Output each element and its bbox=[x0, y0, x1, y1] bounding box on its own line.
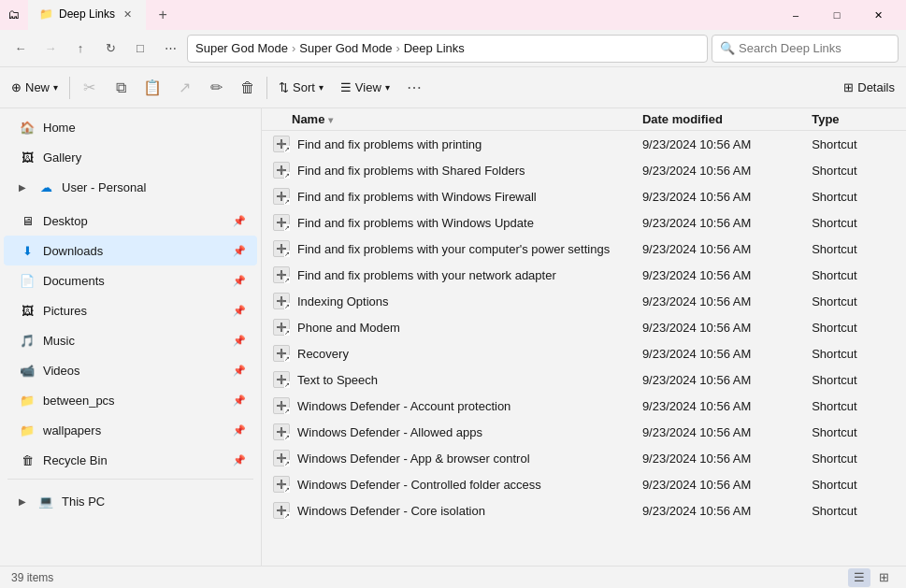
breadcrumb-sep-2: › bbox=[395, 41, 399, 55]
file-type: Shortcut bbox=[804, 157, 906, 183]
rename-button[interactable]: ✏ bbox=[201, 73, 231, 103]
breadcrumb-item-2[interactable]: Super God Mode bbox=[299, 41, 392, 55]
table-row[interactable]: Text to Speech9/23/2024 10:56 AMShortcut bbox=[262, 366, 906, 393]
table-row[interactable]: Recovery9/23/2024 10:56 AMShortcut bbox=[262, 340, 906, 366]
file-date: 9/23/2024 10:56 AM bbox=[635, 236, 804, 262]
up-button[interactable]: ↑ bbox=[67, 36, 93, 62]
sidebar-item-pictures[interactable]: 🖼 Pictures 📌 bbox=[4, 295, 257, 325]
table-row[interactable]: Indexing Options9/23/2024 10:56 AMShortc… bbox=[262, 288, 906, 314]
sidebar-item-home[interactable]: 🏠 Home bbox=[4, 112, 257, 142]
videos-icon: 📹 bbox=[19, 362, 36, 379]
pictures-icon: 🖼 bbox=[19, 302, 36, 319]
file-date: 9/23/2024 10:56 AM bbox=[635, 288, 804, 314]
file-name: Text to Speech bbox=[297, 373, 378, 387]
table-row[interactable]: Windows Defender - App & browser control… bbox=[262, 445, 906, 471]
table-row[interactable]: Find and fix problems with your computer… bbox=[262, 236, 906, 262]
search-bar[interactable]: 🔍 bbox=[712, 35, 899, 63]
tab-label: Deep Links bbox=[59, 7, 115, 21]
cut-button[interactable]: ✂ bbox=[74, 73, 104, 103]
file-type: Shortcut bbox=[804, 288, 906, 314]
table-row[interactable]: Find and fix problems with printing9/23/… bbox=[262, 131, 906, 158]
table-row[interactable]: Windows Defender - Account protection9/2… bbox=[262, 393, 906, 419]
view-button[interactable]: ☰ View ▾ bbox=[333, 73, 397, 103]
this-pc-icon: 💻 bbox=[37, 493, 54, 509]
breadcrumb[interactable]: Super God Mode › Super God Mode › Deep L… bbox=[187, 35, 708, 63]
new-button[interactable]: ⊕ New ▾ bbox=[4, 73, 65, 103]
file-table: Name ▾ Date modified Type Find and fix p… bbox=[262, 108, 906, 523]
table-row[interactable]: Find and fix problems with your network … bbox=[262, 262, 906, 288]
between-pcs-icon: 📁 bbox=[19, 392, 36, 409]
sidebar-item-recycle-bin[interactable]: 🗑 Recycle Bin 📌 bbox=[4, 445, 257, 475]
more-options-button[interactable]: ⋯ bbox=[399, 73, 429, 103]
status-bar: 39 items ☰ ⊞ bbox=[0, 566, 906, 588]
copy-button[interactable]: ⧉ bbox=[106, 73, 136, 103]
sidebar-item-downloads[interactable]: ⬇ Downloads 📌 bbox=[4, 236, 257, 265]
file-date: 9/23/2024 10:56 AM bbox=[635, 340, 804, 366]
view-switcher-button[interactable]: □ bbox=[127, 36, 153, 62]
file-icon bbox=[273, 319, 290, 336]
close-button[interactable]: ✕ bbox=[857, 0, 899, 30]
column-header-name[interactable]: Name ▾ bbox=[262, 108, 635, 131]
file-type: Shortcut bbox=[804, 209, 906, 236]
maximize-button[interactable]: □ bbox=[816, 0, 857, 30]
file-type: Shortcut bbox=[804, 183, 906, 209]
table-row[interactable]: Find and fix problems with Shared Folder… bbox=[262, 157, 906, 183]
sidebar-label-wallpapers: wallpapers bbox=[43, 423, 225, 437]
svg-rect-18 bbox=[277, 222, 280, 223]
sidebar-item-between-pcs[interactable]: 📁 between_pcs 📌 bbox=[4, 385, 257, 415]
view-label: View bbox=[355, 80, 381, 94]
table-row[interactable]: Find and fix problems with Windows Updat… bbox=[262, 209, 906, 236]
breadcrumb-more-button[interactable]: ⋯ bbox=[157, 36, 183, 62]
file-name: Find and fix problems with your network … bbox=[297, 268, 556, 282]
table-row[interactable]: Phone and Modem9/23/2024 10:56 AMShortcu… bbox=[262, 314, 906, 340]
sidebar-item-this-pc[interactable]: ▶ 💻 This PC bbox=[4, 486, 257, 516]
tab-close-button[interactable]: ✕ bbox=[121, 7, 135, 22]
paste-button[interactable]: 📋 bbox=[137, 73, 167, 103]
column-header-date[interactable]: Date modified bbox=[635, 108, 804, 131]
tab-deep-links[interactable]: 📁 Deep Links ✕ bbox=[28, 0, 146, 30]
svg-point-0 bbox=[280, 142, 283, 146]
table-row[interactable]: Windows Defender - Controlled folder acc… bbox=[262, 471, 906, 497]
file-name: Windows Defender - Account protection bbox=[297, 399, 511, 413]
table-row[interactable]: Windows Defender - Core isolation9/23/20… bbox=[262, 497, 906, 523]
sidebar-item-videos[interactable]: 📹 Videos 📌 bbox=[4, 355, 257, 385]
sidebar-item-music[interactable]: 🎵 Music 📌 bbox=[4, 325, 257, 355]
table-row[interactable]: Find and fix problems with Windows Firew… bbox=[262, 183, 906, 209]
refresh-button[interactable]: ↻ bbox=[97, 36, 123, 62]
view-icon: ☰ bbox=[340, 80, 352, 94]
sidebar-item-desktop[interactable]: 🖥 Desktop 📌 bbox=[4, 206, 257, 236]
sidebar-label-gallery: Gallery bbox=[43, 151, 246, 165]
svg-rect-46 bbox=[280, 375, 282, 378]
svg-rect-49 bbox=[283, 379, 286, 380]
svg-rect-12 bbox=[280, 198, 282, 201]
svg-rect-73 bbox=[277, 509, 280, 511]
sidebar-item-documents[interactable]: 📄 Documents 📌 bbox=[4, 265, 257, 295]
list-view-button[interactable]: ☰ bbox=[848, 568, 870, 587]
back-button[interactable]: ← bbox=[7, 36, 34, 62]
forward-button[interactable]: → bbox=[37, 36, 64, 62]
column-header-type[interactable]: Type bbox=[804, 108, 906, 131]
sidebar-item-user-personal[interactable]: ▶ ☁ User - Personal bbox=[4, 172, 257, 202]
file-icon bbox=[273, 345, 290, 362]
search-input[interactable] bbox=[739, 41, 890, 55]
share-button[interactable]: ↗ bbox=[169, 73, 199, 103]
svg-rect-54 bbox=[283, 405, 286, 407]
sidebar-item-wallpapers[interactable]: 📁 wallpapers 📌 bbox=[4, 415, 257, 445]
file-icon bbox=[273, 476, 290, 493]
sort-button[interactable]: ⇅ Sort ▾ bbox=[271, 73, 331, 103]
breadcrumb-item-3[interactable]: Deep Links bbox=[404, 41, 465, 55]
table-row[interactable]: Windows Defender - Allowed apps9/23/2024… bbox=[262, 419, 906, 445]
expand-icon[interactable]: ▶ bbox=[15, 179, 30, 194]
this-pc-expand-icon[interactable]: ▶ bbox=[15, 494, 30, 509]
file-date: 9/23/2024 10:56 AM bbox=[635, 471, 804, 497]
file-name: Find and fix problems with your computer… bbox=[297, 242, 610, 256]
delete-button[interactable]: 🗑 bbox=[233, 73, 263, 103]
breadcrumb-item-1[interactable]: Super God Mode bbox=[195, 41, 288, 55]
svg-rect-7 bbox=[280, 172, 282, 175]
tab-strip: 📁 Deep Links ✕ + bbox=[28, 0, 176, 30]
grid-view-button[interactable]: ⊞ bbox=[872, 568, 895, 587]
sidebar-item-gallery[interactable]: 🖼 Gallery bbox=[4, 142, 257, 172]
minimize-button[interactable]: – bbox=[775, 0, 816, 30]
new-tab-button[interactable]: + bbox=[150, 2, 176, 28]
details-button[interactable]: ⊞ Details bbox=[836, 73, 902, 103]
